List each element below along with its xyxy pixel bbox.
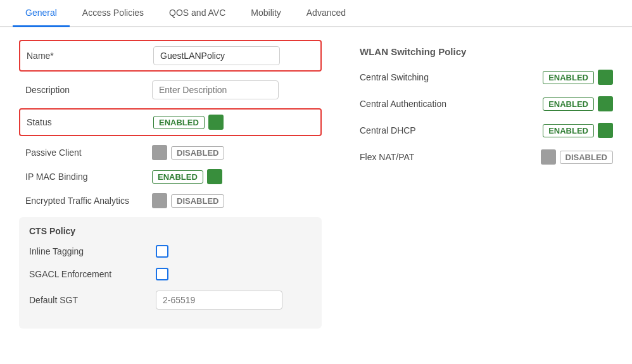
- central-switching-state-label: ENABLED: [543, 71, 594, 84]
- central-auth-row: Central Authentication ENABLED: [360, 96, 613, 111]
- flex-nat-toggle-square[interactable]: [541, 149, 556, 165]
- passive-client-row: Passive Client DISABLED: [19, 145, 322, 160]
- central-switching-row: Central Switching ENABLED: [360, 70, 613, 85]
- ip-mac-toggle-square[interactable]: [207, 169, 222, 184]
- sgacl-checkbox[interactable]: [156, 268, 168, 280]
- ip-mac-toggle[interactable]: ENABLED: [152, 169, 222, 184]
- name-label: Name*: [27, 51, 141, 61]
- sgacl-row: SGACL Enforcement: [29, 268, 312, 280]
- default-sgt-input[interactable]: [156, 291, 282, 310]
- passive-client-label: Passive Client: [25, 147, 139, 158]
- central-auth-state-label: ENABLED: [543, 97, 594, 111]
- central-dhcp-toggle-square[interactable]: [598, 123, 613, 138]
- tab-access-policies[interactable]: Access Policies: [70, 0, 156, 27]
- central-dhcp-label: Central DHCP: [360, 125, 530, 135]
- ip-mac-state-label: ENABLED: [152, 170, 203, 184]
- eta-toggle-square[interactable]: [152, 193, 167, 208]
- description-input[interactable]: [152, 80, 279, 99]
- inline-tagging-label: Inline Tagging: [29, 246, 143, 256]
- central-switching-toggle-square[interactable]: [598, 70, 613, 85]
- central-dhcp-toggle[interactable]: ENABLED: [543, 123, 613, 138]
- status-enabled-label: ENABLED: [153, 116, 205, 129]
- default-sgt-label: Default SGT: [29, 295, 143, 305]
- eta-row: Encrypted Traffic Analytics DISABLED: [19, 193, 322, 208]
- flex-nat-label: Flex NAT/PAT: [360, 152, 528, 162]
- passive-client-toggle-square[interactable]: [152, 145, 167, 160]
- central-auth-toggle-square[interactable]: [598, 96, 613, 111]
- eta-state-label: DISABLED: [171, 194, 224, 208]
- status-toggle[interactable]: ENABLED: [153, 115, 224, 130]
- central-auth-toggle[interactable]: ENABLED: [543, 96, 613, 111]
- left-panel: Name* Description Status ENABLED Passive…: [19, 40, 322, 329]
- wlan-title: WLAN Switching Policy: [360, 46, 613, 57]
- passive-client-state-label: DISABLED: [171, 146, 224, 160]
- flex-nat-state-label: DISABLED: [560, 151, 613, 164]
- tab-general[interactable]: General: [13, 0, 70, 27]
- name-row: Name*: [19, 40, 322, 72]
- tab-qos-avc[interactable]: QOS and AVC: [156, 0, 238, 27]
- ip-mac-label: IP MAC Binding: [25, 172, 139, 182]
- flex-nat-toggle[interactable]: DISABLED: [541, 149, 613, 165]
- cts-policy-section: CTS Policy Inline Tagging SGACL Enforcem…: [19, 217, 322, 329]
- tab-bar: General Access Policies QOS and AVC Mobi…: [0, 0, 632, 27]
- central-switching-label: Central Switching: [360, 72, 530, 82]
- eta-label: Encrypted Traffic Analytics: [25, 196, 139, 206]
- passive-client-toggle[interactable]: DISABLED: [152, 145, 224, 160]
- status-row: Status ENABLED: [19, 108, 322, 136]
- cts-policy-title: CTS Policy: [29, 226, 312, 236]
- flex-nat-row: Flex NAT/PAT DISABLED: [360, 149, 613, 165]
- tab-mobility[interactable]: Mobility: [238, 0, 293, 27]
- right-panel: WLAN Switching Policy Central Switching …: [360, 40, 613, 329]
- main-content: Name* Description Status ENABLED Passive…: [0, 27, 632, 341]
- inline-tagging-checkbox[interactable]: [156, 245, 168, 258]
- central-switching-toggle[interactable]: ENABLED: [543, 70, 613, 85]
- inline-tagging-row: Inline Tagging: [29, 245, 312, 258]
- central-dhcp-state-label: ENABLED: [543, 124, 594, 137]
- description-label: Description: [25, 85, 139, 95]
- ip-mac-row: IP MAC Binding ENABLED: [19, 169, 322, 184]
- central-auth-label: Central Authentication: [360, 99, 530, 109]
- status-label: Status: [27, 117, 141, 127]
- name-input[interactable]: [153, 46, 280, 65]
- default-sgt-row: Default SGT: [29, 291, 312, 310]
- sgacl-label: SGACL Enforcement: [29, 269, 143, 279]
- central-dhcp-row: Central DHCP ENABLED: [360, 123, 613, 138]
- description-row: Description: [19, 80, 322, 99]
- status-toggle-square[interactable]: [208, 115, 224, 130]
- eta-toggle[interactable]: DISABLED: [152, 193, 224, 208]
- tab-advanced[interactable]: Advanced: [294, 0, 358, 27]
